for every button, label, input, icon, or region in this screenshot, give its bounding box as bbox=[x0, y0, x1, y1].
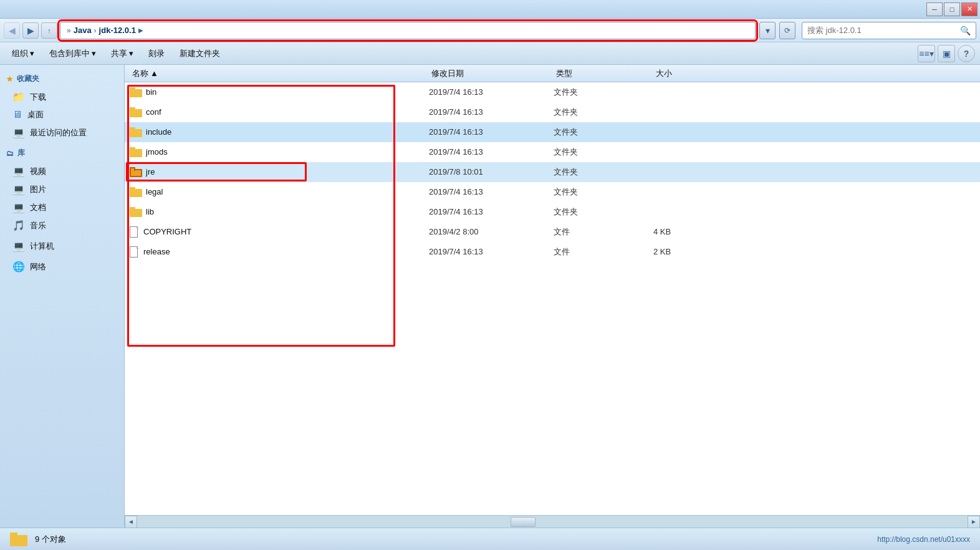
file-name: jmods bbox=[130, 147, 429, 157]
view-icon: ≡≡ bbox=[919, 49, 929, 59]
search-input[interactable] bbox=[807, 26, 960, 35]
address-separator2: › bbox=[94, 26, 97, 35]
title-bar: ─ □ ✕ bbox=[0, 0, 980, 19]
file-type: 文件夹 bbox=[554, 186, 653, 198]
table-row[interactable]: bin 2019/7/4 16:13 文件夹 bbox=[125, 82, 980, 102]
sidebar-item-computer[interactable]: 💻 计算机 bbox=[0, 237, 124, 255]
file-type: 文件 bbox=[554, 226, 653, 238]
organize-arrow-icon: ▾ bbox=[30, 49, 34, 58]
sidebar-item-recent[interactable]: 💻 最近访问的位置 bbox=[0, 123, 124, 142]
maximize-button[interactable]: □ bbox=[944, 2, 960, 16]
burn-button[interactable]: 刻录 bbox=[142, 45, 171, 62]
include-library-button[interactable]: 包含到库中 ▾ bbox=[42, 45, 103, 62]
file-name: bin bbox=[130, 87, 429, 97]
title-bar-buttons: ─ □ ✕ bbox=[926, 2, 978, 16]
image-icon: 💻 bbox=[12, 183, 25, 195]
file-type: 文件夹 bbox=[554, 206, 653, 218]
sidebar-item-music[interactable]: 🎵 音乐 bbox=[0, 216, 124, 234]
sidebar-section-library: 🗂 库 💻 视频 💻 图片 💻 文档 🎵 音乐 bbox=[0, 144, 124, 234]
file-name: conf bbox=[130, 107, 429, 117]
address-dropdown-button[interactable]: ▾ bbox=[759, 22, 776, 39]
scroll-track[interactable] bbox=[137, 516, 968, 528]
scroll-left-button[interactable]: ◄ bbox=[125, 516, 137, 528]
col-sort-icon: ▲ bbox=[150, 69, 158, 78]
table-row[interactable]: include 2019/7/4 16:13 文件夹 bbox=[125, 122, 980, 142]
col-header-date[interactable]: 修改日期 bbox=[429, 68, 554, 79]
file-name: release bbox=[130, 246, 429, 258]
table-row[interactable]: lib 2019/7/4 16:13 文件夹 bbox=[125, 202, 980, 222]
file-list: bin 2019/7/4 16:13 文件夹 conf 2019/7/4 16:… bbox=[125, 82, 980, 515]
file-name: COPYRIGHT bbox=[130, 226, 429, 238]
new-folder-button[interactable]: 新建文件夹 bbox=[173, 45, 227, 62]
network-icon: 🌐 bbox=[12, 261, 25, 273]
folder-icon bbox=[130, 187, 142, 197]
horizontal-scrollbar[interactable]: ◄ ► bbox=[125, 515, 980, 528]
file-date: 2019/7/4 16:13 bbox=[429, 107, 554, 117]
file-type: 文件夹 bbox=[554, 87, 653, 98]
sidebar-item-network[interactable]: 🌐 网络 bbox=[0, 258, 124, 276]
folder-icon bbox=[130, 167, 142, 177]
sidebar: ★ 收藏夹 📁 下载 🖥 桌面 💻 最近访问的位置 🗂 库 bbox=[0, 65, 125, 528]
col-header-type[interactable]: 类型 bbox=[554, 68, 653, 79]
file-size: 2 KB bbox=[653, 247, 716, 256]
layout-button[interactable]: ▣ bbox=[938, 45, 955, 62]
toolbar: 组织 ▾ 包含到库中 ▾ 共享 ▾ 刻录 新建文件夹 ≡≡ ▾ ▣ ? bbox=[0, 42, 980, 65]
forward-button[interactable]: ▶ bbox=[22, 22, 39, 39]
view-button[interactable]: ≡≡ ▾ bbox=[918, 45, 935, 62]
table-row[interactable]: jre 2019/7/8 10:01 文件夹 bbox=[125, 162, 980, 182]
sidebar-item-docs[interactable]: 💻 文档 bbox=[0, 198, 124, 216]
scroll-thumb[interactable] bbox=[511, 517, 536, 527]
sidebar-header-library: 🗂 库 bbox=[0, 144, 124, 162]
close-button[interactable]: ✕ bbox=[961, 2, 978, 16]
doc-icon: 💻 bbox=[12, 201, 25, 213]
address-bar[interactable]: » Java › jdk-12.0.1 ▶ bbox=[60, 22, 756, 39]
status-bar: 9 个对象 http://blog.csdn.net/u01xxxx bbox=[0, 528, 980, 550]
help-button[interactable]: ? bbox=[958, 45, 975, 62]
share-arrow-icon: ▾ bbox=[129, 49, 133, 58]
sidebar-item-images[interactable]: 💻 图片 bbox=[0, 180, 124, 198]
address-path2: jdk-12.0.1 bbox=[99, 26, 136, 35]
table-row[interactable]: legal 2019/7/4 16:13 文件夹 bbox=[125, 182, 980, 202]
table-row[interactable]: COPYRIGHT 2019/4/2 8:00 文件 4 KB bbox=[125, 222, 980, 242]
minimize-button[interactable]: ─ bbox=[926, 2, 943, 16]
sidebar-item-desktop[interactable]: 🖥 桌面 bbox=[0, 106, 124, 123]
col-header-size[interactable]: 大小 bbox=[653, 68, 716, 79]
table-row[interactable]: release 2019/7/4 16:13 文件 2 KB bbox=[125, 242, 980, 262]
help-icon: ? bbox=[964, 49, 969, 59]
address-arrow: ▶ bbox=[138, 27, 143, 34]
file-type: 文件夹 bbox=[554, 166, 653, 178]
star-icon: ★ bbox=[6, 75, 13, 84]
status-link: http://blog.csdn.net/u01xxxx bbox=[877, 535, 970, 544]
share-button[interactable]: 共享 ▾ bbox=[104, 45, 140, 62]
folder-icon bbox=[130, 127, 142, 137]
music-icon: 🎵 bbox=[12, 220, 25, 231]
table-row[interactable]: jmods 2019/7/4 16:13 文件夹 bbox=[125, 142, 980, 162]
refresh-button[interactable]: ⟳ bbox=[779, 22, 795, 39]
sidebar-item-downloads[interactable]: 📁 下载 bbox=[0, 88, 124, 106]
organize-button[interactable]: 组织 ▾ bbox=[5, 45, 41, 62]
file-name: legal bbox=[130, 187, 429, 197]
file-date: 2019/7/4 16:13 bbox=[429, 87, 554, 97]
file-type: 文件夹 bbox=[554, 147, 653, 158]
sidebar-item-videos[interactable]: 💻 视频 bbox=[0, 162, 124, 180]
address-path1: Java bbox=[74, 26, 92, 35]
status-left: 9 个对象 bbox=[10, 533, 66, 546]
layout-icon: ▣ bbox=[943, 49, 951, 59]
col-header-name[interactable]: 名称 ▲ bbox=[130, 68, 429, 79]
folder-icon bbox=[130, 207, 142, 217]
sidebar-header-favorites: ★ 收藏夹 bbox=[0, 70, 124, 88]
file-date: 2019/7/4 16:13 bbox=[429, 247, 554, 256]
scroll-right-button[interactable]: ► bbox=[968, 516, 980, 528]
status-folder-icon bbox=[10, 533, 27, 546]
back-button[interactable]: ◀ bbox=[4, 22, 20, 39]
up-button[interactable]: ↑ bbox=[41, 22, 57, 39]
file-type: 文件夹 bbox=[554, 107, 653, 118]
table-row[interactable]: conf 2019/7/4 16:13 文件夹 bbox=[125, 102, 980, 122]
folder-icon: 📁 bbox=[12, 91, 25, 103]
file-name: lib bbox=[130, 207, 429, 217]
file-size: 4 KB bbox=[653, 227, 716, 236]
library-icon: 🗂 bbox=[6, 149, 14, 158]
search-icon[interactable]: 🔍 bbox=[960, 26, 971, 36]
file-date: 2019/4/2 8:00 bbox=[429, 227, 554, 236]
sidebar-section-favorites: ★ 收藏夹 📁 下载 🖥 桌面 💻 最近访问的位置 bbox=[0, 70, 124, 142]
